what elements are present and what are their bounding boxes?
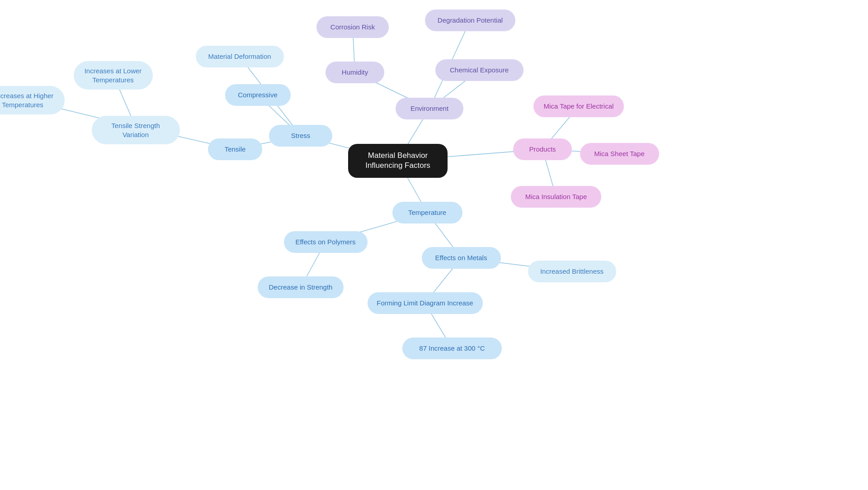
node-increased-brittleness: Increased Brittleness	[528, 261, 616, 282]
node-degradation-potential: Degradation Potential	[425, 10, 515, 31]
node-tensile-strength: Tensile Strength Variation	[92, 116, 180, 144]
node-stress: Stress	[269, 125, 332, 147]
node-decreases-higher: Decreases at Higher Temperatures	[0, 86, 65, 114]
node-environment: Environment	[396, 98, 463, 119]
node-products: Products	[513, 138, 572, 160]
node-decrease-strength: Decrease in Strength	[258, 276, 344, 298]
node-mica-tape-electrical: Mica Tape for Electrical	[533, 95, 624, 117]
node-mica-sheet-tape: Mica Sheet Tape	[580, 143, 659, 165]
node-effects-metals: Effects on Metals	[422, 247, 501, 269]
node-corrosion-risk: Corrosion Risk	[316, 16, 389, 38]
node-mica-insulation-tape: Mica Insulation Tape	[511, 186, 601, 208]
node-effects-polymers: Effects on Polymers	[284, 231, 368, 253]
node-tensile: Tensile	[208, 138, 262, 160]
diagram-container: Material Behavior Influencing FactorsStr…	[0, 0, 868, 490]
node-87-increase: 87 Increase at 300 °C	[402, 338, 502, 359]
node-chemical-exposure: Chemical Exposure	[435, 59, 524, 81]
node-humidity: Humidity	[326, 62, 384, 83]
node-temperature: Temperature	[392, 202, 462, 224]
node-center: Material Behavior Influencing Factors	[348, 144, 448, 178]
node-material-deformation: Material Deformation	[196, 46, 284, 67]
node-compressive: Compressive	[225, 84, 291, 106]
node-forming-limit: Forming Limit Diagram Increase	[368, 292, 483, 314]
node-increases-lower: Increases at Lower Temperatures	[74, 61, 153, 90]
